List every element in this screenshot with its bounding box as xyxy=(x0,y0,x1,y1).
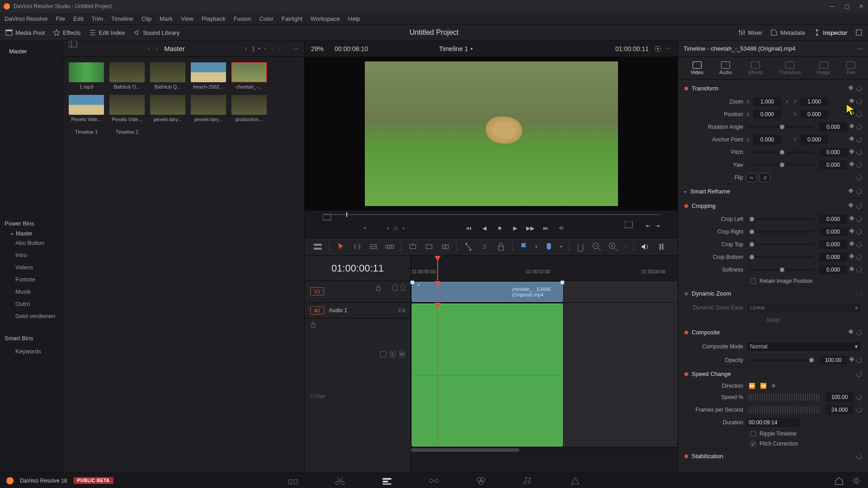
menu-item[interactable]: Help xyxy=(348,15,360,22)
media-clip[interactable]: 1.mp3 xyxy=(69,62,104,89)
reset-icon[interactable] xyxy=(855,394,863,401)
direction-freeze-icon[interactable]: ❄ xyxy=(771,383,776,389)
zoom-x[interactable] xyxy=(753,97,781,106)
fps-value[interactable] xyxy=(826,405,854,414)
link-zoom-icon[interactable] xyxy=(784,99,790,105)
reset-icon[interactable] xyxy=(855,149,863,156)
playhead[interactable] xyxy=(437,256,438,281)
enable-dot[interactable] xyxy=(684,331,688,334)
enable-dot[interactable] xyxy=(684,372,688,376)
trim-tool[interactable] xyxy=(352,242,362,252)
maximize-button[interactable]: ▢ xyxy=(844,3,850,9)
media-clip[interactable]: pexels-tary... xyxy=(150,95,185,122)
reset-icon[interactable] xyxy=(855,253,863,261)
power-master[interactable]: ▾Master xyxy=(0,230,63,237)
menu-item[interactable]: Timeline xyxy=(111,15,133,22)
more-icon[interactable]: ⋯ xyxy=(293,46,299,52)
stop-button[interactable]: ■ xyxy=(495,224,504,233)
opacity-value[interactable] xyxy=(819,356,847,365)
bin-item[interactable]: Fortnite xyxy=(0,273,63,286)
stabilization-header[interactable]: Stabilization xyxy=(692,453,723,460)
color-page-tab[interactable] xyxy=(476,476,486,485)
transition-tab[interactable]: Transition xyxy=(779,61,801,75)
viewer[interactable] xyxy=(305,57,678,211)
inspector-more-icon[interactable]: ⋯ xyxy=(857,45,863,52)
prev-frame-button[interactable]: ◀ xyxy=(480,224,489,233)
bin-item[interactable]: Geld verdienen xyxy=(0,310,63,322)
viewer-zoom[interactable]: 29% xyxy=(311,45,324,52)
insert-clip-icon[interactable] xyxy=(408,242,418,252)
speed-slider[interactable] xyxy=(749,394,820,401)
fusion-page-tab[interactable] xyxy=(429,476,439,485)
keyframe-icon[interactable] xyxy=(849,228,854,233)
mixer-toggle[interactable]: Mixer xyxy=(738,29,763,36)
keyframe-icon[interactable] xyxy=(849,149,854,154)
effects-toggle[interactable]: Effects xyxy=(53,29,81,36)
anchor-x[interactable] xyxy=(753,135,781,144)
ripple-checkbox[interactable] xyxy=(750,431,756,436)
settings-icon[interactable] xyxy=(851,476,862,485)
media-clip[interactable]: Pexels Vide... xyxy=(109,95,145,122)
dynamic-zoom-ease-select[interactable]: Linear▾ xyxy=(746,302,862,313)
flip-v-button[interactable]: ⇵ xyxy=(760,173,770,182)
audio-auto-select-icon[interactable] xyxy=(380,351,386,357)
enable-dot[interactable] xyxy=(684,292,688,296)
reset-icon[interactable] xyxy=(855,111,863,118)
enable-dot[interactable] xyxy=(684,87,688,90)
lock-audio-icon[interactable] xyxy=(310,321,377,388)
prev-edit-icon[interactable]: ‹ xyxy=(386,224,390,233)
menu-item[interactable]: View xyxy=(181,15,193,22)
reset-icon[interactable] xyxy=(855,370,863,377)
link-icon[interactable] xyxy=(480,242,490,252)
audio-clip[interactable] xyxy=(412,304,563,446)
view-thumb-icon[interactable] xyxy=(259,48,260,50)
reset-icon[interactable] xyxy=(855,406,863,413)
effects-tab[interactable]: Effects xyxy=(748,61,763,75)
reset-icon[interactable] xyxy=(855,98,863,105)
bypass-icon[interactable] xyxy=(654,45,661,52)
search-icon[interactable] xyxy=(271,48,273,50)
video-track[interactable]: cheetah_-_53486 (Original).mp4 xyxy=(411,281,678,303)
media-clip[interactable]: Timeline 2 xyxy=(109,127,145,135)
reset-icon[interactable] xyxy=(855,136,863,143)
zoom-out-icon[interactable] xyxy=(592,242,602,252)
media-clip[interactable]: Timeline 1 xyxy=(69,127,104,135)
bin-layout-icon[interactable] xyxy=(69,41,142,56)
blade-edit-icon[interactable] xyxy=(463,242,473,252)
sound-library-toggle[interactable]: Sound Library xyxy=(133,29,179,36)
media-clip[interactable]: beach-2562... xyxy=(191,62,226,89)
image-tab[interactable]: Image xyxy=(816,61,830,75)
crop-left[interactable] xyxy=(819,215,847,224)
reset-icon[interactable] xyxy=(855,216,863,223)
menu-item[interactable]: Fusion xyxy=(234,15,251,22)
viewer-more-icon[interactable]: ⋯ xyxy=(666,45,671,52)
keyframe-icon[interactable] xyxy=(849,241,854,246)
replace-clip-icon[interactable] xyxy=(440,242,450,252)
smart-reframe-header[interactable]: Smart Reframe xyxy=(690,188,730,195)
video-track-header[interactable]: V1 xyxy=(305,281,410,303)
media-clip[interactable]: cheetah_-... xyxy=(231,62,267,89)
master-bin[interactable]: Master xyxy=(0,44,63,58)
media-clip[interactable]: Bathtub Q... xyxy=(150,62,185,89)
reset-icon[interactable] xyxy=(855,188,863,195)
reset-icon[interactable] xyxy=(855,452,863,460)
lock-track-icon[interactable] xyxy=(375,285,389,299)
keyframe-icon[interactable] xyxy=(849,161,854,166)
video-clip[interactable]: cheetah_-_53486 (Original).mp4 xyxy=(412,282,563,302)
menu-item[interactable]: Color xyxy=(259,15,274,22)
cut-page-tab[interactable] xyxy=(335,476,345,485)
enable-dot[interactable] xyxy=(684,455,688,458)
inspector-toggle[interactable]: Inspector xyxy=(813,29,847,36)
menu-item[interactable]: Trim xyxy=(92,15,104,22)
keyframe-icon[interactable] xyxy=(849,111,854,116)
match-frame-icon[interactable] xyxy=(624,221,642,235)
overwrite-clip-icon[interactable] xyxy=(424,242,434,252)
timeline-dropdown[interactable]: Timeline 1▾ xyxy=(439,45,473,52)
bin-item[interactable]: Musik xyxy=(0,286,63,298)
keyframe-icon[interactable] xyxy=(849,136,854,141)
lock-icon[interactable] xyxy=(496,242,506,252)
direction-forward-icon[interactable]: ⏩ xyxy=(749,383,755,389)
loop-button[interactable]: ⟲ xyxy=(557,224,566,233)
pitch-value[interactable] xyxy=(819,148,847,157)
crop-top[interactable] xyxy=(819,240,847,249)
